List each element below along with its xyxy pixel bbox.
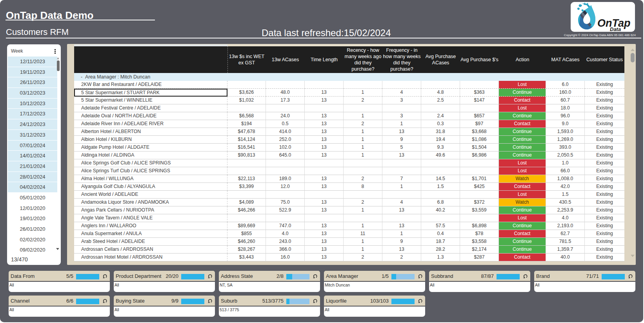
svg-text:Data: Data xyxy=(610,26,621,32)
